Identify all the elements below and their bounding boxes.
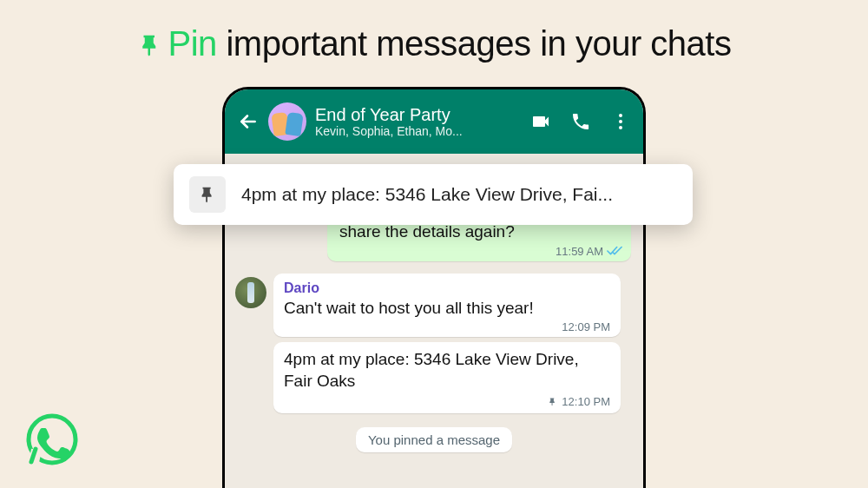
pin-icon: [189, 176, 226, 213]
title-pin-word: Pin: [168, 24, 217, 63]
title-rest: important messages in your chats: [217, 24, 732, 63]
pin-icon: [548, 394, 557, 410]
system-message: You pinned a message: [356, 427, 512, 452]
message-text: Can't wait to host you all this year!: [284, 298, 610, 320]
pin-icon: [137, 24, 163, 63]
more-menu-icon[interactable]: [610, 111, 631, 132]
message-time: 11:59 AM: [556, 245, 603, 258]
chat-subtitle: Kevin, Sophia, Ethan, Mo...: [315, 124, 522, 138]
svg-point-1: [619, 114, 622, 117]
back-arrow-icon[interactable]: [237, 110, 260, 133]
message-text: 4pm at my place: 5346 Lake View Drive, F…: [284, 349, 610, 392]
chat-header-text[interactable]: End of Year Party Kevin, Sophia, Ethan, …: [315, 105, 522, 138]
chat-header: End of Year Party Kevin, Sophia, Ethan, …: [225, 89, 643, 154]
pinned-message-banner[interactable]: 4pm at my place: 5346 Lake View Drive, F…: [174, 164, 693, 225]
phone-mockup: End of Year Party Kevin, Sophia, Ethan, …: [222, 87, 646, 488]
svg-point-2: [619, 120, 622, 123]
video-call-icon[interactable]: [530, 111, 551, 132]
read-receipt-icon: [607, 245, 622, 257]
voice-call-icon[interactable]: [570, 111, 591, 132]
message-time: 12:09 PM: [562, 320, 610, 333]
incoming-message[interactable]: Dario Can't wait to host you all this ye…: [273, 274, 621, 338]
incoming-message-pinned[interactable]: 4pm at my place: 5346 Lake View Drive, F…: [273, 342, 621, 412]
pinned-message-text: 4pm at my place: 5346 Lake View Drive, F…: [241, 184, 677, 205]
whatsapp-logo-icon: [24, 412, 80, 467]
message-time: 12:10 PM: [562, 395, 610, 408]
svg-point-3: [619, 126, 622, 129]
group-avatar[interactable]: [268, 102, 306, 141]
sender-avatar[interactable]: [235, 277, 266, 308]
sender-name: Dario: [284, 280, 610, 296]
chat-title: End of Year Party: [315, 105, 522, 124]
page-title: Pin important messages in your chats: [0, 24, 868, 63]
